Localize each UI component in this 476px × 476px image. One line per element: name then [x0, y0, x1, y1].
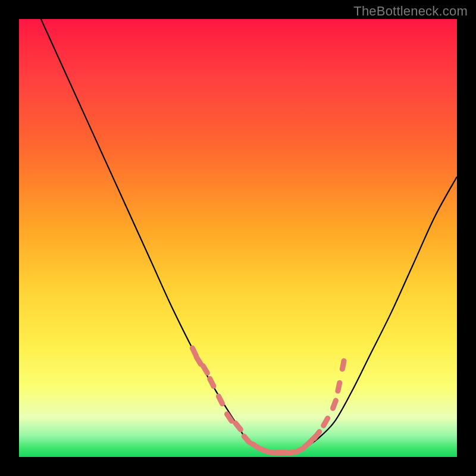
- highlight-dot: [324, 418, 328, 425]
- highlight-dot: [338, 383, 340, 391]
- highlight-dots-group: [192, 348, 344, 453]
- highlight-dot: [196, 357, 201, 364]
- highlight-dot: [203, 366, 207, 373]
- curve-svg: [19, 19, 457, 457]
- highlight-dot: [218, 396, 222, 404]
- highlight-dot: [296, 449, 303, 452]
- chart-frame: TheBottleneck.com: [0, 0, 476, 476]
- highlight-dot: [210, 379, 214, 387]
- highlight-dot: [252, 444, 259, 448]
- highlight-dot: [244, 436, 249, 443]
- highlight-dot: [333, 400, 336, 408]
- plot-area: [19, 19, 457, 457]
- watermark-label: TheBottleneck.com: [353, 4, 468, 19]
- highlight-dot: [192, 348, 196, 356]
- highlight-dot: [342, 361, 344, 369]
- highlight-dot: [236, 423, 241, 430]
- bottleneck-curve-line: [41, 19, 457, 453]
